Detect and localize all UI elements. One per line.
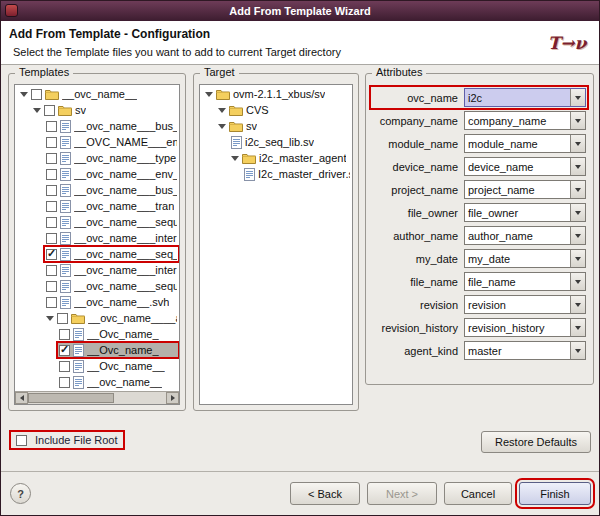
tree-item[interactable]: __ovc_name___seq_ [15,246,179,262]
help-button[interactable]: ? [10,483,31,504]
tree-item-content[interactable]: __ovc_name___inter [44,230,179,246]
tree-item[interactable]: I2c_master_driver.sv [200,166,352,182]
tree-item-content[interactable]: __ovc_name___bus_ [44,182,179,198]
attribute-combo[interactable]: my_date [464,249,586,268]
tree-item-checkbox[interactable] [31,89,42,100]
tree-item-content[interactable]: __Ovc_name__ [57,358,179,374]
tree-item[interactable]: __Ovc_name__ [15,358,179,374]
attribute-combo[interactable]: i2c [464,88,586,107]
tree-item-content[interactable]: i2c_seq_lib.sv [229,134,352,150]
tree-item[interactable]: __ovc_name___sequ [15,278,179,294]
tree-item-checkbox[interactable] [46,185,57,196]
tree-item-checkbox[interactable] [46,137,57,148]
tree-item-content[interactable]: __Ovc_name_ [57,326,179,342]
attribute-combo[interactable]: device_name [464,157,586,176]
scroll-left-icon[interactable] [15,392,28,404]
tree-item-content[interactable]: __ovc_name__.svh [44,294,179,310]
tree-item-content[interactable]: __ovc_name___env_ [44,166,179,182]
tree-item-checkbox[interactable] [59,361,70,372]
tree-item[interactable]: __ovc_name__ [15,374,179,390]
tree-item-content[interactable]: __ovc_name____ag [55,310,179,326]
attribute-combo[interactable]: project_name [464,180,586,199]
expander-icon[interactable] [44,316,55,321]
tree-item[interactable]: __ovc_name___bus_ [15,182,179,198]
tree-item[interactable]: CVS [200,102,352,118]
expander-icon[interactable] [203,92,214,97]
tree-item-content[interactable]: __ovc_name___tran [44,198,179,214]
tree-item-checkbox[interactable] [59,377,70,388]
target-tree[interactable]: ovm-2.1.1_xbus/svCVSsvi2c_seq_lib.svi2c_… [199,84,353,405]
expander-icon[interactable] [18,92,29,97]
attribute-combo[interactable]: file_name [464,272,586,291]
tree-item-content[interactable]: __ovc_name___sequ [44,214,179,230]
expander-icon[interactable] [229,156,240,161]
include-file-root-option[interactable]: Include File Root [11,432,123,448]
tree-item[interactable]: __ovc_name___inter [15,230,179,246]
attribute-combo[interactable]: author_name [464,226,586,245]
tree-item-content[interactable]: __OVC_NAME___env [44,134,179,150]
tree-item-content[interactable]: sv [42,102,179,118]
templates-tree[interactable]: __ovc_name__sv__ovc_name___bus___OVC_NAM… [14,84,180,405]
attribute-combo[interactable]: master [464,341,586,360]
chevron-down-icon[interactable] [570,250,585,267]
chevron-down-icon[interactable] [570,135,585,152]
tree-item-content[interactable]: I2c_master_driver.sv [242,166,352,182]
expander-icon[interactable] [216,124,227,129]
attribute-combo[interactable]: company_name [464,111,586,130]
tree-item-content[interactable]: CVS [227,102,352,118]
tree-item-checkbox[interactable] [46,217,57,228]
chevron-down-icon[interactable] [570,181,585,198]
attribute-combo[interactable]: revision_history [464,318,586,337]
chevron-down-icon[interactable] [570,273,585,290]
tree-item-checkbox[interactable] [46,169,57,180]
tree-item-checkbox[interactable] [46,297,57,308]
tree-item[interactable]: i2c_master_agent [200,150,352,166]
tree-item[interactable]: i2c_seq_lib.sv [200,134,352,150]
tree-item[interactable]: __Ovc_name_ [15,342,179,358]
tree-item-checkbox[interactable] [44,105,55,116]
tree-item-content[interactable]: __ovc_name___bus_ [44,118,179,134]
next-button[interactable]: Next > [367,482,437,505]
attribute-combo[interactable]: revision [464,295,586,314]
tree-item[interactable]: ovm-2.1.1_xbus/sv [200,86,352,102]
chevron-down-icon[interactable] [570,227,585,244]
chevron-down-icon[interactable] [570,204,585,221]
finish-button[interactable]: Finish [519,482,591,505]
scroll-right-icon[interactable] [166,392,179,404]
scrollbar-thumb[interactable] [28,393,114,403]
restore-defaults-button[interactable]: Restore Defaults [481,431,591,453]
tree-item[interactable]: __ovc_name___env_ [15,166,179,182]
tree-item-checkbox[interactable] [46,249,57,260]
tree-item-checkbox[interactable] [46,281,57,292]
tree-item-content[interactable]: sv [227,118,352,134]
chevron-down-icon[interactable] [570,342,585,359]
tree-item-checkbox[interactable] [46,201,57,212]
tree-item-checkbox[interactable] [57,313,68,324]
attribute-combo[interactable]: module_name [464,134,586,153]
chevron-down-icon[interactable] [570,89,585,106]
chevron-down-icon[interactable] [570,158,585,175]
tree-item-checkbox[interactable] [59,329,70,340]
back-button[interactable]: < Back [290,482,360,505]
tree-item[interactable]: __Ovc_name_ [15,326,179,342]
titlebar[interactable]: Add From Template Wizard [1,1,599,21]
tree-item-content[interactable]: i2c_master_agent [240,150,352,166]
tree-item-checkbox[interactable] [46,233,57,244]
tree-item[interactable]: __ovc_name__.svh [15,294,179,310]
scrollbar-track[interactable] [28,392,166,404]
tree-item-content[interactable]: ovm-2.1.1_xbus/sv [214,86,352,102]
tree-item[interactable]: __ovc_name___sequ [15,214,179,230]
tree-item[interactable]: sv [200,118,352,134]
tree-item-content[interactable]: __ovc_name___seq_ [44,246,179,262]
tree-item[interactable]: __ovc_name____ag [15,310,179,326]
tree-item-checkbox[interactable] [46,121,57,132]
chevron-down-icon[interactable] [570,112,585,129]
tree-item[interactable]: __ovc_name__ [15,86,179,102]
tree-item[interactable]: sv [15,102,179,118]
include-file-root-checkbox[interactable] [16,435,27,446]
tree-item-checkbox[interactable] [59,345,70,356]
attribute-combo[interactable]: file_owner [464,203,586,222]
tree-item-checkbox[interactable] [46,153,57,164]
chevron-down-icon[interactable] [570,296,585,313]
tree-item[interactable]: __OVC_NAME___env [15,134,179,150]
